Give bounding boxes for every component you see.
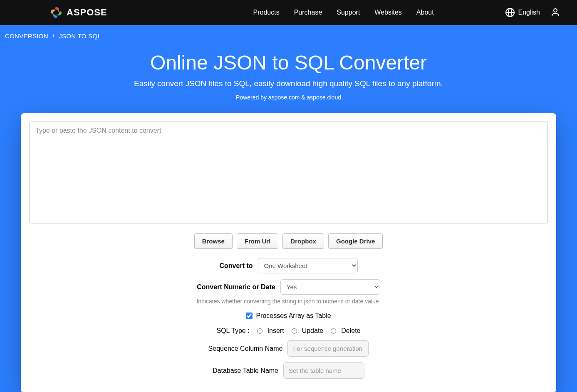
- breadcrumb-separator: /: [52, 32, 54, 40]
- json-input[interactable]: [29, 122, 548, 223]
- page-subtitle: Easily convert JSON files to SQL, easily…: [0, 79, 577, 88]
- sequence-label: Sequence Column Name: [208, 345, 283, 352]
- globe-icon: [505, 7, 515, 17]
- convert-to-row: Convert to One Worksheet: [29, 258, 548, 273]
- numeric-date-select[interactable]: Yes: [280, 279, 380, 295]
- sequence-input[interactable]: [287, 340, 369, 357]
- source-buttons: Browse From Url Dropbox Google Drive: [29, 233, 548, 249]
- page-title: Online JSON to SQL Converter: [0, 51, 577, 74]
- header-right: English: [505, 7, 560, 17]
- numeric-date-row: Convert Numeric or Date Yes: [29, 279, 548, 295]
- aspose-com-link[interactable]: aspose.com: [268, 94, 300, 101]
- browse-button[interactable]: Browse: [194, 233, 233, 249]
- array-table-row: Processes Array as Table: [29, 312, 548, 320]
- array-table-checkbox[interactable]: [246, 313, 253, 319]
- language-label: English: [518, 9, 540, 16]
- powered-prefix: Powered by: [236, 94, 268, 101]
- nav-websites[interactable]: Websites: [374, 9, 402, 16]
- sql-type-delete-label: Delete: [341, 327, 360, 335]
- table-name-input[interactable]: [283, 362, 364, 379]
- from-url-button[interactable]: From Url: [237, 233, 279, 249]
- sql-type-label: SQL Type :: [216, 327, 249, 335]
- sql-type-insert-radio[interactable]: [257, 328, 262, 334]
- language-selector[interactable]: English: [505, 7, 540, 17]
- numeric-date-label: Convert Numeric or Date: [197, 283, 275, 291]
- nav-support[interactable]: Support: [337, 9, 360, 16]
- numeric-date-hint: Indicates whether converting the string …: [29, 298, 548, 305]
- breadcrumb: CONVERSION / JSON TO SQL: [0, 25, 577, 47]
- convert-to-select[interactable]: One Worksheet: [258, 258, 358, 273]
- converter-card: Browse From Url Dropbox Google Drive Con…: [21, 113, 556, 392]
- nav-purchase[interactable]: Purchase: [294, 9, 322, 16]
- google-drive-button[interactable]: Google Drive: [328, 233, 383, 249]
- main-nav: Products Purchase Support Websites About: [253, 9, 434, 16]
- nav-products[interactable]: Products: [253, 9, 280, 16]
- hero: Online JSON to SQL Converter Easily conv…: [0, 47, 577, 109]
- nav-about[interactable]: About: [416, 9, 434, 16]
- user-icon[interactable]: [550, 7, 560, 17]
- header: ASPOSE Products Purchase Support Website…: [0, 0, 577, 25]
- array-table-label: Processes Array as Table: [256, 312, 331, 320]
- table-name-label: Database Table Name: [213, 367, 278, 375]
- sequence-row: Sequence Column Name: [29, 340, 548, 357]
- convert-to-label: Convert to: [220, 262, 253, 270]
- powered-by: Powered by aspose.com & aspose.cloud: [0, 94, 577, 101]
- logo-swirl-icon: [50, 6, 62, 19]
- sql-type-update-radio[interactable]: [292, 328, 297, 334]
- sql-type-row: SQL Type : Insert Update Delete: [29, 327, 548, 335]
- svg-point-3: [554, 9, 557, 12]
- logo[interactable]: ASPOSE: [50, 6, 107, 19]
- breadcrumb-conversion[interactable]: CONVERSION: [5, 32, 48, 40]
- aspose-cloud-link[interactable]: aspose.cloud: [307, 94, 341, 101]
- table-name-row: Database Table Name: [29, 362, 548, 379]
- dropbox-button[interactable]: Dropbox: [282, 233, 324, 249]
- logo-text: ASPOSE: [67, 7, 107, 18]
- sql-type-delete-radio[interactable]: [331, 328, 336, 334]
- powered-amp: &: [300, 94, 307, 101]
- sql-type-update-label: Update: [302, 327, 324, 335]
- sql-type-insert-label: Insert: [267, 327, 284, 335]
- breadcrumb-json-to-sql[interactable]: JSON TO SQL: [59, 32, 101, 40]
